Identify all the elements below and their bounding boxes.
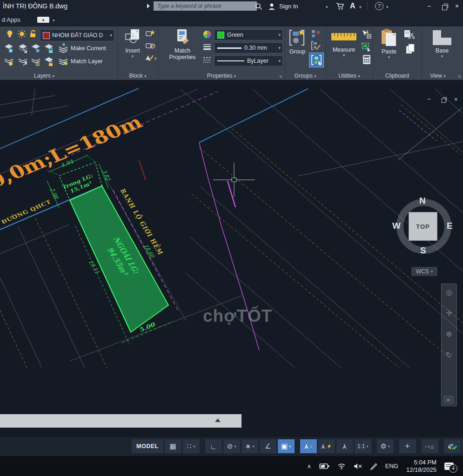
measure-button[interactable]: Measure ▾	[329, 29, 359, 58]
layer-on-icon[interactable]	[6, 29, 14, 39]
autodesk-logo-icon[interactable]: A	[350, 2, 356, 10]
grid-toggle[interactable]: ▦	[165, 439, 181, 453]
drawing-canvas[interactable]: 0,0m;L=180m H ĐƯỜNG QHCT RANH LỘ GIỚI HẺ…	[0, 80, 463, 437]
isolate-objects-button[interactable]: ▫○△	[422, 439, 438, 453]
copy-icon[interactable]	[405, 43, 416, 54]
quick-select-icon[interactable]	[361, 29, 371, 39]
group-selection-toggle[interactable]	[309, 53, 324, 67]
clock[interactable]: 5:04 PM 12/18/2025	[406, 459, 436, 474]
cut-icon[interactable]	[403, 29, 415, 40]
cart-icon[interactable]	[336, 2, 344, 10]
layer-isolate-tool-icon[interactable]	[18, 43, 28, 53]
ribbon-collapse-caret-icon[interactable]: ▾	[53, 18, 55, 23]
layers-panel-label[interactable]: Layers ▾	[0, 73, 88, 79]
orbit-icon[interactable]: ↻	[446, 350, 452, 359]
layer-prev-icon[interactable]	[31, 56, 41, 66]
viewcube-east[interactable]: E	[447, 221, 453, 231]
viewcube-west[interactable]: W	[392, 221, 401, 231]
language-indicator[interactable]: ENG	[385, 463, 398, 469]
object-color-icon[interactable]	[203, 30, 211, 39]
create-block-icon[interactable]	[145, 29, 155, 39]
layer-lock-tool-icon[interactable]	[44, 43, 54, 53]
restore-button[interactable]	[442, 5, 447, 10]
user-icon[interactable]	[268, 2, 276, 11]
view-launcher-icon[interactable]: ⇘	[457, 74, 461, 79]
annotation-scale-button[interactable]: 1:1▾	[355, 439, 371, 453]
pen-icon[interactable]	[370, 463, 377, 470]
pan-icon[interactable]: ✛	[446, 309, 452, 317]
layer-match-icon[interactable]	[18, 56, 28, 66]
color-combo[interactable]: Green ▾	[214, 29, 283, 40]
utilities-panel-label[interactable]: Utilities ▾	[326, 73, 373, 79]
viewcube-north[interactable]: N	[419, 196, 426, 206]
drawing-viewport[interactable]: 0,0m;L=180m H ĐƯỜNG QHCT RANH LỘ GIỚI HẺ…	[0, 80, 463, 437]
snap-toggle[interactable]: ∷▾	[183, 439, 200, 453]
steering-wheel-icon[interactable]: ◎	[446, 288, 452, 297]
navigation-bar[interactable]: ◎ ✛ ⊕ ↻ ▸	[441, 284, 457, 406]
drawing-close-button[interactable]: ×	[454, 96, 458, 103]
isometric-drafting-toggle[interactable]: ∗▾	[242, 439, 258, 453]
minimize-button[interactable]: −	[427, 3, 431, 9]
quick-calc-icon[interactable]	[362, 54, 371, 65]
match-layer-icon[interactable]	[58, 55, 69, 66]
drawing-minimize-button[interactable]: −	[427, 96, 431, 103]
lineweight-icon[interactable]	[203, 43, 211, 52]
model-space-button[interactable]: MODEL	[132, 439, 163, 453]
autodesk-caret-icon[interactable]: ▾	[359, 5, 362, 9]
annotation-visibility-toggle[interactable]: Y○	[300, 439, 317, 453]
wifi-icon[interactable]	[337, 463, 346, 469]
layer-thaw-icon[interactable]	[17, 29, 27, 39]
help-icon[interactable]: ?	[375, 2, 383, 10]
search-expand-icon[interactable]	[147, 4, 150, 8]
group-button[interactable]: Group	[287, 28, 308, 55]
notification-center-button[interactable]: 4	[444, 463, 454, 470]
drawing-restore-button[interactable]	[442, 99, 446, 103]
object-snap-toggle[interactable]: ▣▾	[278, 439, 295, 453]
layer-freeze-tool-icon[interactable]	[31, 43, 41, 53]
viewcube-top-face[interactable]: TOP	[409, 212, 437, 241]
lineweight-combo[interactable]: 0.30 mm ▾	[214, 42, 283, 53]
ortho-toggle[interactable]: ∟	[205, 439, 222, 453]
volume-muted-icon[interactable]	[354, 463, 362, 469]
graphics-performance-button[interactable]	[444, 439, 461, 453]
wcs-menu[interactable]: WCS▾	[411, 267, 437, 276]
ungroup-icon[interactable]	[311, 29, 321, 39]
match-layer-button[interactable]: Match Layer	[71, 58, 103, 65]
command-bar-expand-icon[interactable]	[215, 418, 221, 422]
tray-expand-icon[interactable]: ∧	[307, 463, 311, 469]
properties-launcher-icon[interactable]: ⇘	[279, 74, 282, 79]
battery-icon[interactable]	[319, 463, 329, 469]
dynamic-ucs-button[interactable]: +	[399, 439, 416, 453]
layer-select-combo[interactable]: NHÓM ĐẤT GIÁO D ▾	[40, 29, 114, 41]
layer-walk-icon[interactable]	[4, 56, 14, 66]
make-current-icon[interactable]	[58, 42, 69, 53]
linetype-combo[interactable]: ByLayer ▾	[214, 55, 283, 66]
edit-attributes-caret-icon[interactable]: ▾	[154, 56, 157, 61]
edit-block-icon[interactable]	[145, 41, 155, 51]
ribbon-collapse-button[interactable]: ▲	[37, 17, 49, 23]
block-panel-label[interactable]: Block ▾	[117, 73, 158, 79]
workspace-settings-button[interactable]: ⚙▾	[377, 439, 394, 453]
match-properties-button[interactable]: Match Properties	[164, 28, 201, 60]
search-icon[interactable]	[255, 3, 262, 10]
view-panel-label[interactable]: View ▾	[422, 73, 454, 79]
tab-featured-apps[interactable]: d Apps	[2, 16, 20, 23]
properties-panel-label[interactable]: Properties ▾	[158, 73, 285, 79]
layer-unlock-icon[interactable]	[29, 29, 37, 39]
sign-in-caret-icon[interactable]: ▾	[326, 5, 328, 9]
annotation-scale-icon[interactable]: Y	[336, 439, 353, 453]
clipboard-panel-label[interactable]: Clipboard	[373, 73, 422, 79]
select-similar-icon[interactable]	[361, 41, 371, 52]
base-button[interactable]: Base ▾	[429, 29, 455, 59]
help-caret-icon[interactable]: ▾	[386, 5, 389, 9]
polar-tracking-toggle[interactable]: ⊘▾	[223, 439, 240, 453]
layer-unlock-tool-icon[interactable]	[44, 56, 54, 66]
insert-button[interactable]: Insert ▾	[121, 28, 144, 59]
group-edit-icon[interactable]	[311, 40, 321, 51]
close-button[interactable]: ×	[455, 3, 459, 9]
make-current-button[interactable]: Make Current	[71, 45, 106, 52]
annotation-autoscale-toggle[interactable]: Y⚡	[318, 439, 335, 453]
linetype-icon[interactable]	[203, 56, 211, 65]
navbar-menu-button[interactable]: ▸	[443, 396, 454, 404]
search-input[interactable]	[154, 1, 257, 11]
